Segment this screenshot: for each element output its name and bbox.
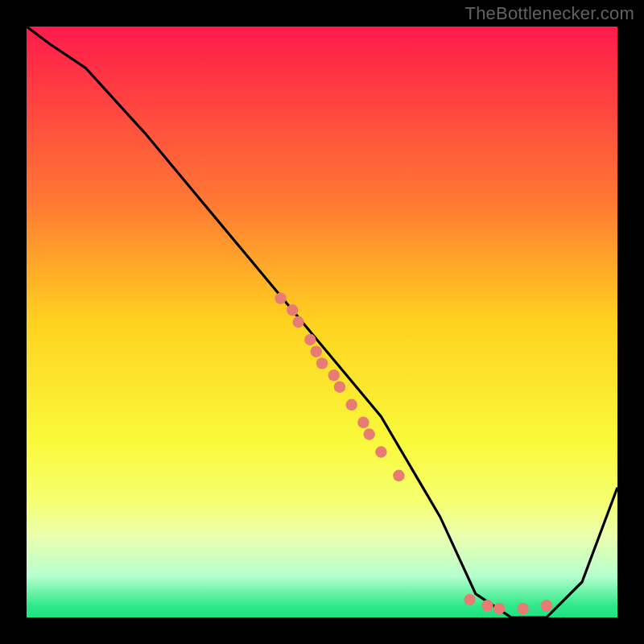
data-marker: [275, 292, 286, 303]
data-marker: [357, 417, 369, 428]
data-marker: [541, 600, 552, 611]
data-marker: [517, 603, 528, 614]
data-marker: [346, 399, 357, 411]
chart-background: [27, 27, 617, 617]
data-marker: [393, 470, 404, 481]
data-marker: [493, 603, 505, 614]
data-marker: [334, 382, 345, 393]
data-marker: [364, 428, 375, 440]
chart-svg: [27, 27, 617, 617]
data-marker: [287, 304, 298, 316]
data-marker: [375, 446, 386, 457]
data-marker: [481, 600, 493, 611]
data-marker: [328, 369, 340, 381]
data-marker: [304, 334, 316, 345]
data-marker: [311, 346, 322, 357]
data-marker: [292, 316, 303, 328]
data-marker: [316, 357, 328, 369]
watermark-text: TheBottlenecker.com: [465, 3, 634, 24]
data-marker: [464, 594, 475, 605]
chart-area: [27, 27, 617, 617]
